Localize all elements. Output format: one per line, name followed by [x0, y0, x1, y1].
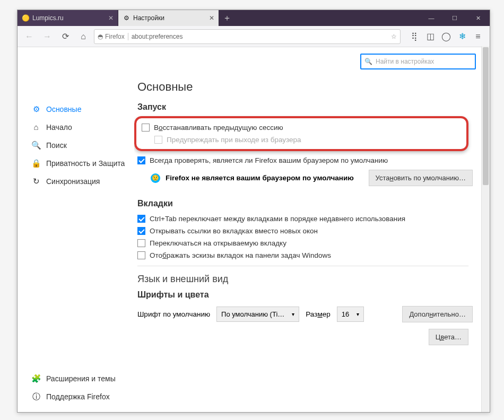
new-tab-button[interactable]: ＋ [219, 10, 235, 26]
section-language: Язык и внешний вид [137, 274, 476, 285]
highlight-box: Восстанавливать предыдущую сессию Предуп… [134, 116, 468, 151]
reload-button[interactable]: ⟳ [58, 29, 73, 44]
checkbox-label: Отображать эскизы вкладок на панели зада… [150, 251, 331, 259]
checkbox-label: Всегда проверять, является ли Firefox ва… [150, 156, 388, 164]
sidebar-item-label: Расширения и темы [46, 374, 116, 383]
sidebar-item-label: Основные [46, 105, 81, 113]
puzzle-icon: 🧩 [31, 374, 41, 383]
sidebar-item-label: Поддержка Firefox [46, 392, 110, 401]
url-text: about:preferences [132, 33, 183, 40]
checkbox-icon [137, 215, 145, 223]
tab-label: Lumpics.ru [32, 14, 64, 22]
toolbar: ← → ⟳ ⌂ ◓ Firefox about:preferences ☆ ⢿ … [18, 26, 490, 47]
forward-button[interactable]: → [40, 29, 55, 44]
checkbox-label: Восстанавливать предыдущую сессию [154, 124, 283, 132]
extension-icon[interactable]: ❄ [455, 29, 470, 44]
checkbox-ctrl-tab[interactable]: Ctrl+Tab переключает между вкладками в п… [134, 213, 476, 225]
content: ⚙ Основные ⌂ Начало 🔍 Поиск 🔒 Приватност… [18, 47, 490, 412]
window: 🟡 Lumpics.ru ✕ ⚙ Настройки ✕ ＋ — ☐ ✕ ← →… [17, 10, 490, 413]
close-button[interactable]: ✕ [466, 10, 490, 26]
lock-icon: 🔒 [31, 159, 41, 168]
gear-icon: ⚙ [123, 14, 130, 22]
help-icon: ⓘ [31, 392, 41, 401]
checkbox-switch-to-tab[interactable]: Переключаться на открываемую вкладку [134, 237, 476, 249]
search-icon: 🔍 [364, 58, 372, 65]
search-input[interactable]: 🔍 Найти в настройках [360, 54, 476, 69]
sidebar-item-search[interactable]: 🔍 Поиск [18, 136, 134, 154]
minimize-button[interactable]: — [420, 10, 443, 26]
close-icon[interactable]: ✕ [108, 14, 114, 22]
size-label: Размер [306, 310, 330, 318]
colors-button[interactable]: Цвета… [429, 329, 468, 345]
checkbox-icon [154, 136, 162, 144]
tabs-strip: 🟡 Lumpics.ru ✕ ⚙ Настройки ✕ ＋ [18, 10, 420, 26]
sidebar-item-general[interactable]: ⚙ Основные [18, 100, 134, 118]
sidebar-item-label: Синхронизация [46, 177, 100, 186]
home-button[interactable]: ⌂ [76, 29, 91, 44]
sidebar-item-support[interactable]: ⓘ Поддержка Firefox [18, 388, 134, 406]
identity-firefox: ◓ Firefox [98, 33, 128, 40]
checkbox-icon [137, 227, 145, 235]
font-select[interactable]: По умолчанию (Ti… [216, 307, 299, 322]
checkbox-always-check-default[interactable]: Всегда проверять, является ли Firefox ва… [134, 154, 476, 167]
main-panel: 🔍 Найти в настройках Основные Запуск Вос… [134, 47, 490, 412]
size-select[interactable]: 16 [337, 307, 364, 322]
default-browser-row: 😟 Firefox не является вашим браузером по… [134, 167, 476, 189]
sidebar: ⚙ Основные ⌂ Начало 🔍 Поиск 🔒 Приватност… [18, 47, 134, 412]
back-button[interactable]: ← [22, 29, 37, 44]
sidebar-item-label: Приватность и Защита [46, 159, 125, 168]
sidebar-item-label: Поиск [46, 141, 67, 150]
divider [137, 266, 468, 266]
checkbox-restore-session[interactable]: Восстанавливать предыдущую сессию [138, 121, 464, 134]
titlebar: 🟡 Lumpics.ru ✕ ⚙ Настройки ✕ ＋ — ☐ ✕ [18, 10, 490, 26]
checkbox-label: Открывать ссылки во вкладках вместо новы… [150, 227, 318, 235]
sync-icon: ↻ [31, 177, 41, 186]
sad-face-icon: 😟 [151, 173, 160, 183]
close-icon[interactable]: ✕ [209, 14, 214, 22]
menu-icon[interactable]: ≡ [471, 29, 485, 44]
font-row: Шрифт по умолчанию По умолчанию (Ti… Раз… [134, 304, 476, 325]
sidebar-item-sync[interactable]: ↻ Синхронизация [18, 172, 134, 190]
sidebar-item-extensions[interactable]: 🧩 Расширения и темы [18, 370, 134, 388]
checkbox-label: Предупреждать при выходе из браузера [167, 136, 301, 144]
set-default-button[interactable]: Установить по умолчанию… [369, 170, 473, 186]
not-default-text: Firefox не является вашим браузером по у… [166, 174, 354, 182]
checkbox-warn-quit: Предупреждать при выходе из браузера [138, 134, 464, 146]
page-title: Основные [134, 80, 476, 94]
favicon-lumpics: 🟡 [22, 14, 29, 22]
library-icon[interactable]: ⢿ [407, 29, 422, 44]
checkbox-label: Переключаться на открываемую вкладку [150, 239, 286, 247]
maximize-button[interactable]: ☐ [443, 10, 466, 26]
checkbox-icon [137, 156, 145, 164]
section-startup: Запуск [137, 102, 476, 112]
checkbox-open-links-tabs[interactable]: Открывать ссылки во вкладках вместо новы… [134, 225, 476, 237]
search-placeholder: Найти в настройках [376, 58, 434, 65]
account-icon[interactable]: ◯ [439, 29, 454, 44]
search-icon: 🔍 [31, 141, 41, 150]
scrollbar-thumb[interactable] [483, 47, 489, 185]
tab-settings[interactable]: ⚙ Настройки ✕ [118, 10, 219, 26]
checkbox-label: Ctrl+Tab переключает между вкладками в п… [150, 215, 405, 223]
sidebar-icon[interactable]: ◫ [423, 29, 438, 44]
section-tabs: Вкладки [137, 199, 476, 208]
bookmark-star-icon[interactable]: ☆ [391, 33, 397, 40]
sidebar-item-label: Начало [46, 123, 72, 132]
checkbox-icon [137, 251, 145, 259]
sidebar-item-privacy[interactable]: 🔒 Приватность и Защита [18, 154, 134, 172]
advanced-button[interactable]: Дополнительно… [402, 306, 473, 322]
gear-icon: ⚙ [31, 104, 41, 114]
window-controls: — ☐ ✕ [420, 10, 490, 26]
sidebar-item-home[interactable]: ⌂ Начало [18, 118, 134, 136]
default-font-label: Шрифт по умолчанию [137, 310, 210, 318]
url-bar[interactable]: ◓ Firefox about:preferences ☆ [94, 29, 401, 44]
checkbox-taskbar-previews[interactable]: Отображать эскизы вкладок на панели зада… [134, 249, 476, 261]
tab-lumpics[interactable]: 🟡 Lumpics.ru ✕ [18, 10, 118, 26]
tab-label: Настройки [133, 14, 164, 22]
home-icon: ⌂ [31, 122, 41, 132]
checkbox-icon [137, 239, 145, 247]
section-fonts: Шрифты и цвета [137, 290, 476, 300]
checkbox-icon [142, 124, 150, 132]
scrollbar[interactable] [481, 46, 490, 412]
